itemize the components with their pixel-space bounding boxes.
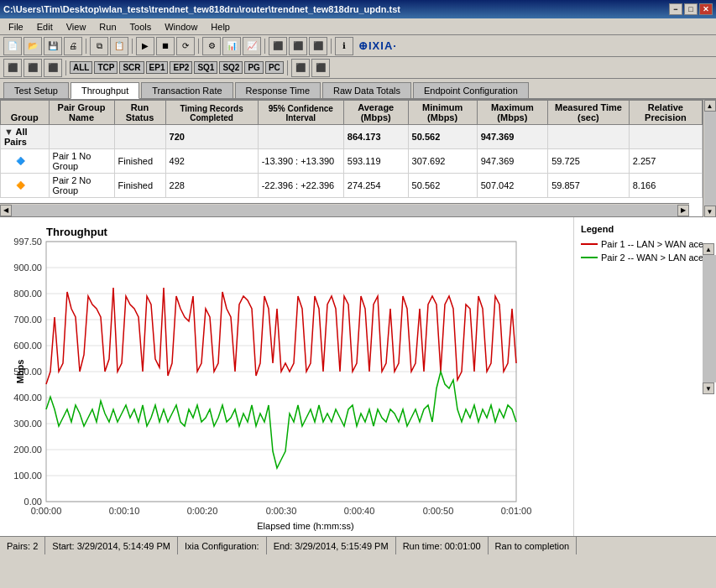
menu-window[interactable]: Window: [158, 20, 204, 34]
menu-edit[interactable]: Edit: [30, 20, 60, 34]
menu-run[interactable]: Run: [92, 20, 123, 34]
tag-pg[interactable]: PG: [244, 61, 263, 74]
tb-btn-11[interactable]: ⬛: [309, 37, 327, 55]
close-button[interactable]: ✕: [699, 3, 713, 15]
legend-title: Legend: [581, 224, 709, 234]
chart-svg: 997.50 900.00 800.00 700.00 600.00 500.0…: [46, 242, 541, 502]
menu-tools[interactable]: Tools: [123, 20, 159, 34]
maximize-button[interactable]: □: [684, 3, 698, 15]
scroll-track-h[interactable]: [12, 205, 677, 216]
tb-btn-9[interactable]: ⬛: [269, 37, 287, 55]
tag-pc[interactable]: PC: [265, 61, 284, 74]
minimize-button[interactable]: −: [669, 3, 682, 15]
legend-scroll-up[interactable]: ▲: [703, 243, 714, 255]
all-pairs-maximum: 947.369: [477, 125, 548, 149]
row2-confidence: -22.396 : +22.396: [258, 174, 343, 198]
svg-text:200.00: 200.00: [13, 445, 42, 455]
menu-help[interactable]: Help: [204, 20, 237, 34]
legend-scroll-down[interactable]: ▼: [703, 382, 714, 394]
svg-text:997.50: 997.50: [13, 237, 42, 247]
row1-icon: 🔷: [14, 155, 26, 167]
tag-ep2[interactable]: EP2: [170, 61, 192, 74]
tb2-btn-1[interactable]: ⬛: [3, 59, 22, 77]
row2-minimum: 50.562: [408, 174, 477, 198]
tab-endpoint-config[interactable]: Endpoint Configuration: [413, 82, 529, 98]
tab-bar: Test Setup Throughput Transaction Rate R…: [0, 79, 716, 100]
title-bar: C:\Users\Tim\Desktop\wlan_tests\trendnet…: [0, 0, 716, 18]
chart-main: Throughput Mbps: [0, 217, 573, 536]
all-pairs-expand[interactable]: ▼ All Pairs: [1, 125, 50, 149]
open-button[interactable]: 📂: [24, 37, 42, 55]
svg-text:800.00: 800.00: [13, 289, 42, 299]
row1-precision: 2.257: [629, 149, 702, 174]
svg-text:600.00: 600.00: [13, 341, 42, 351]
col-measured-time: Measured Time (sec): [548, 101, 630, 125]
tb-btn-7[interactable]: 📊: [222, 37, 241, 55]
tag-ep1[interactable]: EP1: [146, 61, 169, 74]
status-ixia: Ixia Configuration:: [178, 537, 267, 554]
horizontal-scrollbar[interactable]: ◀ ▶: [0, 203, 689, 216]
copy-button[interactable]: ⧉: [90, 37, 108, 55]
tab-test-setup[interactable]: Test Setup: [3, 82, 69, 98]
all-pairs-time: [548, 125, 630, 149]
tag-scr[interactable]: SCR: [119, 61, 144, 74]
all-pairs-pair-name: [49, 125, 114, 149]
tag-sq2[interactable]: SQ2: [219, 61, 243, 74]
print-button[interactable]: 🖨: [64, 37, 82, 55]
tb-btn-4[interactable]: ⏹: [156, 37, 175, 55]
all-pairs-status: [114, 125, 165, 149]
tab-transaction-rate[interactable]: Transaction Rate: [141, 82, 233, 98]
tb2-btn-3[interactable]: ⬛: [44, 59, 62, 77]
svg-text:0:00:10: 0:00:10: [109, 506, 140, 516]
vertical-scrollbar[interactable]: ▲ ▼: [703, 100, 716, 217]
menu-view[interactable]: View: [60, 20, 93, 34]
row2-group: 🔶: [1, 174, 50, 198]
scroll-left-btn[interactable]: ◀: [0, 205, 12, 216]
tb2-btn-2[interactable]: ⬛: [24, 59, 42, 77]
tb2-btn-4[interactable]: ⬛: [291, 59, 310, 77]
svg-text:100.00: 100.00: [13, 471, 42, 481]
legend-label-pair1: Pair 1 -- LAN > WAN ace: [601, 239, 703, 249]
chart-container: Throughput Mbps: [0, 217, 716, 536]
tb2-btn-5[interactable]: ⬛: [311, 59, 330, 77]
tag-all[interactable]: ALL: [70, 61, 92, 74]
svg-text:400.00: 400.00: [13, 393, 42, 403]
scroll-down-btn[interactable]: ▼: [704, 206, 716, 217]
menu-bar: File Edit View Run Tools Window Help: [0, 18, 716, 35]
col-group: Group: [1, 101, 50, 125]
tab-throughput[interactable]: Throughput: [71, 82, 139, 99]
legend-line-pair2: [581, 257, 598, 258]
row2-pair-name: Pair 2 No Group: [49, 174, 114, 198]
tb-btn-8[interactable]: 📈: [243, 37, 261, 55]
menu-file[interactable]: File: [2, 20, 30, 34]
tab-response-time[interactable]: Response Time: [235, 82, 321, 98]
tb-btn-3[interactable]: ▶: [136, 37, 154, 55]
toolbar-1: 📄 📂 💾 🖨 ⧉ 📋 ▶ ⏹ ⟳ ⚙ 📊 📈 ⬛ ⬛ ⬛ ℹ ⊕IXIA·: [0, 35, 716, 57]
legend-line-pair1: [581, 243, 598, 245]
save-button[interactable]: 💾: [44, 37, 62, 55]
legend-scrollbar[interactable]: ▲ ▼: [703, 243, 716, 394]
scroll-right-btn[interactable]: ▶: [677, 205, 689, 216]
table-row: 🔷 Pair 1 No Group Finished 492 -13.390 :…: [1, 149, 703, 174]
table-area: Group Pair Group Name Run Status Timing …: [0, 100, 703, 217]
legend-scroll-track[interactable]: [703, 255, 716, 382]
tab-raw-data-totals[interactable]: Raw Data Totals: [322, 82, 411, 98]
status-completion: Ran to completion: [489, 537, 578, 554]
svg-text:0:00:30: 0:00:30: [266, 506, 297, 516]
scroll-track-v[interactable]: [704, 112, 716, 206]
paste-button[interactable]: 📋: [110, 37, 128, 55]
sep-3: [198, 39, 199, 54]
tag-tcp[interactable]: TCP: [94, 61, 118, 74]
tb-btn-12[interactable]: ℹ: [335, 37, 353, 55]
tb-btn-6[interactable]: ⚙: [202, 37, 221, 55]
new-button[interactable]: 📄: [3, 37, 22, 55]
legend-item-pair1: Pair 1 -- LAN > WAN ace: [581, 239, 709, 249]
toolbar-2: ⬛ ⬛ ⬛ ALL TCP SCR EP1 EP2 SQ1 SQ2 PG PC …: [0, 57, 716, 79]
tb-btn-5[interactable]: ⟳: [176, 37, 195, 55]
row1-timing: 492: [165, 149, 258, 174]
row2-timing: 228: [165, 174, 258, 198]
scroll-up-btn[interactable]: ▲: [704, 100, 716, 112]
tb-btn-10[interactable]: ⬛: [289, 37, 307, 55]
tag-sq1[interactable]: SQ1: [194, 61, 217, 74]
row1-average: 593.119: [343, 149, 408, 174]
